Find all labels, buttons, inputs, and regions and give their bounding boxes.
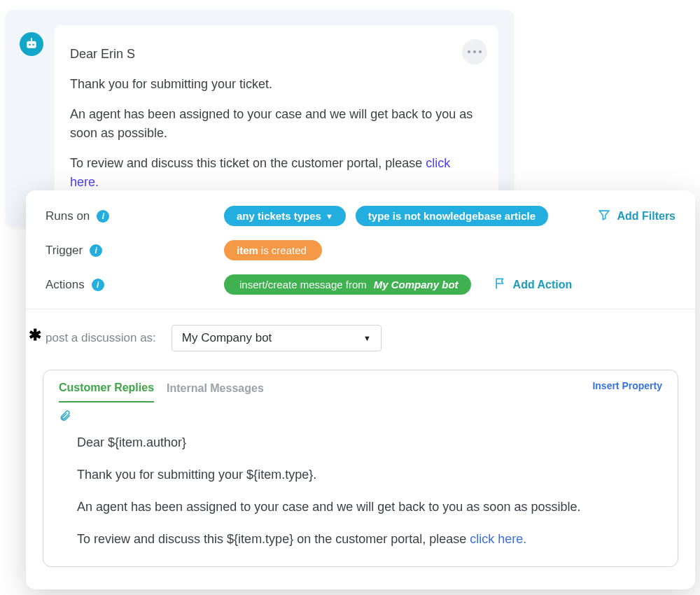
editor-click-here-link[interactable]: click here.: [470, 532, 526, 546]
runs-on-label: Runs on i: [46, 209, 224, 223]
pill-action-insert-message[interactable]: insert/create message from My Company bo…: [224, 274, 471, 295]
svg-point-1: [29, 44, 31, 46]
more-horizontal-icon: [466, 50, 483, 53]
chevron-down-icon: ▼: [326, 212, 333, 220]
tab-customer-replies[interactable]: Customer Replies: [59, 382, 154, 402]
pill-any-ticket-types[interactable]: any tickets types ▼: [224, 206, 346, 226]
editor-p3: An agent has been assigned to your case …: [77, 498, 662, 517]
add-action-button[interactable]: Add Action: [493, 276, 573, 293]
message-para-3: An agent has been assigned to your case …: [70, 105, 476, 143]
attach-button[interactable]: [59, 410, 71, 425]
paperclip-icon: [59, 410, 71, 422]
editor-body[interactable]: Dear ${item.author} Thank you for submit…: [59, 433, 662, 550]
message-greeting: Dear Erin S: [70, 45, 476, 64]
post-as-select[interactable]: My Company bot ▼: [172, 325, 382, 351]
post-as-row: ✱ post a discussion as: My Company bot ▼: [46, 325, 676, 351]
tab-internal-messages[interactable]: Internal Messages: [167, 382, 264, 402]
editor-p1: Dear ${item.author}: [77, 433, 662, 453]
runs-on-row: Runs on i any tickets types ▼ type is no…: [46, 206, 676, 226]
post-as-label: post a discussion as:: [46, 331, 156, 345]
filter-icon: [597, 208, 611, 225]
trigger-label: Trigger i: [46, 244, 224, 258]
chevron-down-icon: ▼: [363, 334, 371, 342]
flag-icon: [493, 276, 507, 293]
message-editor: Customer Replies Internal Messages Inser…: [43, 370, 678, 567]
automation-panel: Runs on i any tickets types ▼ type is no…: [26, 190, 695, 589]
editor-p4: To review and discuss this ${item.type} …: [77, 530, 662, 550]
info-icon[interactable]: i: [97, 210, 109, 223]
trigger-row: Trigger i item is created: [46, 240, 676, 260]
insert-property-link[interactable]: Insert Property: [592, 380, 662, 391]
divider: [26, 309, 695, 309]
post-as-selected: My Company bot: [182, 331, 272, 345]
bot-avatar: [20, 32, 43, 56]
message-para-4: To review and discuss this ticket on the…: [70, 154, 476, 192]
svg-rect-0: [27, 41, 36, 48]
pill-type-not-kb[interactable]: type is not knowledgebase article: [356, 206, 548, 226]
svg-point-2: [32, 44, 34, 46]
info-icon[interactable]: i: [92, 279, 104, 291]
message-body: Dear Erin S Thank you for submitting you…: [55, 25, 498, 211]
actions-label: Actions i: [46, 278, 224, 292]
robot-icon: [24, 37, 38, 51]
more-options-button[interactable]: [462, 39, 487, 64]
svg-point-4: [31, 38, 32, 39]
info-icon[interactable]: i: [90, 244, 102, 257]
add-filters-button[interactable]: Add Filters: [597, 208, 676, 225]
message-para-2: Thank you for submitting your ticket.: [70, 75, 476, 94]
actions-row: Actions i insert/create message from My …: [46, 274, 676, 295]
editor-p2: Thank you for submitting your ${item.typ…: [77, 465, 662, 485]
required-asterisk: ✱: [29, 326, 41, 344]
pill-trigger-item-created[interactable]: item is created: [224, 240, 322, 260]
editor-tabs: Customer Replies Internal Messages: [59, 382, 662, 402]
